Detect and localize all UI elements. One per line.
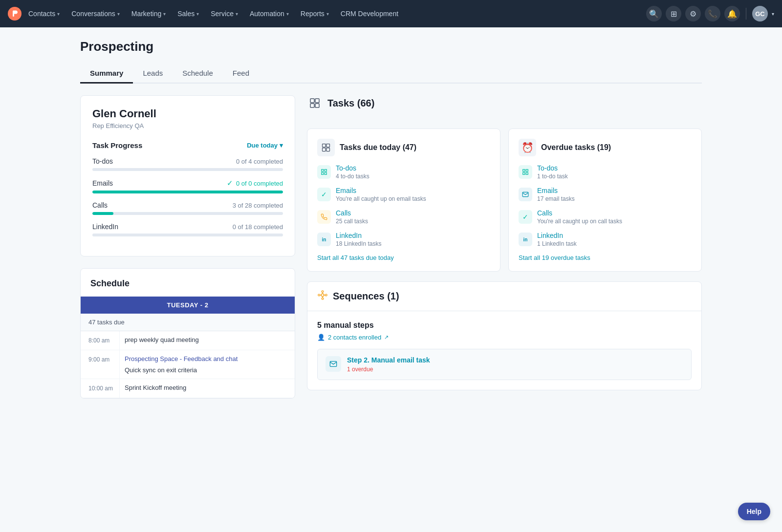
chevron-down-icon: ▾ (196, 11, 199, 17)
schedule-time-label: 9:00 am (81, 350, 120, 379)
task-sub-emails-overdue: 17 email tasks (537, 195, 692, 202)
progress-bar-fill-emails (92, 191, 283, 193)
todos-icon (317, 165, 331, 179)
task-label-emails-today[interactable]: Emails (336, 187, 490, 194)
task-label-emails-overdue[interactable]: Emails (537, 187, 692, 194)
chevron-down-icon: ▾ (57, 11, 60, 17)
task-item-emails-today: ✓ Emails You're all caught up on email t… (317, 187, 490, 202)
due-today-button[interactable]: Due today ▾ (247, 142, 283, 149)
start-all-overdue-link[interactable]: Start all 19 overdue tasks (519, 254, 692, 261)
schedule-time-slot-10am: 10:00 am Sprint Kickoff meeting (81, 379, 295, 398)
nav-conversations[interactable]: Conversations ▾ (66, 7, 125, 21)
tasks-section-header: Tasks (66) (307, 95, 702, 111)
tab-schedule[interactable]: Schedule (173, 64, 223, 84)
task-sub-todos-overdue: 1 to-do task (537, 173, 692, 180)
sequence-step-item: Step 2. Manual email task 1 overdue (317, 349, 692, 380)
svg-rect-7 (323, 148, 326, 151)
svg-point-20 (322, 298, 324, 300)
task-label-linkedin-overdue[interactable]: LinkedIn (537, 232, 692, 239)
emails-check-icon: ✓ (317, 188, 331, 201)
avatar[interactable]: GC (752, 6, 768, 21)
nav-automation[interactable]: Automation ▾ (245, 7, 294, 21)
tab-summary[interactable]: Summary (80, 64, 133, 84)
user-card: Glen Cornell Rep Efficiency QA Task Prog… (80, 95, 295, 256)
tasks-section-title: Tasks (66) (327, 98, 374, 109)
schedule-event[interactable]: Sprint Kickoff meeting (125, 382, 290, 393)
progress-item-emails: Emails ✓ 0 of 0 completed (92, 179, 283, 193)
task-item-emails-overdue: Emails 17 email tasks (519, 187, 692, 202)
nav-contacts[interactable]: Contacts ▾ (23, 7, 65, 21)
task-sub-calls-today: 25 call tasks (336, 218, 490, 225)
task-sub-emails-today: You're all caught up on email tasks (336, 195, 490, 202)
start-all-today-link[interactable]: Start all 47 tasks due today (317, 254, 490, 261)
schedule-time-slot-9am: 9:00 am Prospecting Space - Feedback and… (81, 350, 295, 379)
task-label-linkedin-today[interactable]: LinkedIn (336, 232, 490, 239)
schedule-title: Schedule (81, 269, 295, 297)
sequences-steps-label: 5 manual steps (317, 321, 692, 330)
progress-count-todos: 0 of 4 completed (236, 158, 283, 165)
linkedin-icon: in (317, 233, 331, 246)
svg-rect-14 (526, 170, 528, 171)
task-sub-linkedin-today: 18 LinkedIn tasks (336, 240, 490, 247)
calls-overdue-icon: ✓ (519, 210, 532, 224)
task-sub-linkedin-overdue: 1 LinkedIn task (537, 240, 692, 247)
svg-rect-12 (325, 172, 326, 174)
topnav-right-actions: 🔍 ⊞ ⚙ 📞 🔔 GC ▾ (646, 6, 774, 21)
svg-rect-10 (325, 170, 326, 171)
progress-bar-bg-linkedin (92, 234, 283, 236)
task-label-todos-overdue[interactable]: To-dos (537, 164, 692, 172)
progress-item-todos: To-dos 0 of 4 completed (92, 157, 283, 171)
apps-icon[interactable]: ⊞ (666, 6, 681, 21)
nav-crm-development[interactable]: CRM Development (336, 7, 403, 21)
sequences-section: Sequences (1) 5 manual steps 👤 2 contact… (307, 281, 702, 390)
nav-marketing[interactable]: Marketing ▾ (127, 7, 171, 21)
emails-overdue-icon (519, 188, 532, 201)
tab-leads[interactable]: Leads (133, 64, 173, 84)
notifications-icon[interactable]: 🔔 (724, 6, 740, 21)
task-item-linkedin-overdue: in LinkedIn 1 LinkedIn task (519, 232, 692, 247)
overdue-tasks-icon: ⏰ (519, 139, 536, 156)
check-icon: ✓ (227, 179, 233, 188)
tasks-due-today-title: Tasks due today (47) (340, 143, 416, 152)
progress-count-emails: ✓ 0 of 0 completed (227, 179, 283, 188)
task-label-todos-today[interactable]: To-dos (336, 164, 490, 172)
search-icon[interactable]: 🔍 (646, 6, 662, 21)
schedule-event[interactable]: prep weekly quad meeting (125, 334, 290, 345)
settings-icon[interactable]: ⚙ (685, 6, 701, 21)
left-column: Glen Cornell Rep Efficiency QA Task Prog… (80, 95, 295, 399)
page-title: Prospecting (80, 39, 702, 54)
progress-bar-bg-calls (92, 212, 283, 215)
task-label-calls-overdue[interactable]: Calls (537, 209, 692, 217)
svg-point-21 (318, 294, 320, 296)
schedule-event-highlight[interactable]: Prospecting Space - Feedback and chat (125, 353, 290, 364)
task-label-calls-today[interactable]: Calls (336, 209, 490, 217)
page-wrapper: Prospecting Summary Leads Schedule Feed … (68, 27, 714, 410)
chevron-down-icon: ▾ (326, 11, 329, 17)
tabs: Summary Leads Schedule Feed (80, 64, 702, 84)
progress-count-calls: 3 of 28 completed (233, 202, 283, 209)
svg-point-19 (326, 294, 327, 296)
tasks-due-today-card: Tasks due today (47) To-dos 4 to-do (307, 128, 500, 272)
nav-service[interactable]: Service ▾ (206, 7, 243, 21)
schedule-event[interactable]: Quick sync on exit criteria (125, 364, 290, 376)
email-step-icon (326, 356, 341, 372)
calls-icon (317, 210, 331, 224)
nav-reports[interactable]: Reports ▾ (296, 7, 334, 21)
svg-rect-13 (523, 170, 525, 171)
svg-rect-3 (310, 104, 314, 107)
hubspot-logo[interactable] (8, 7, 22, 21)
tasks-icon (307, 95, 323, 111)
svg-rect-16 (526, 172, 528, 174)
step-title[interactable]: Step 2. Manual email task (347, 356, 683, 364)
svg-rect-1 (310, 99, 314, 103)
external-link-icon: ↗ (384, 334, 389, 340)
tab-feed[interactable]: Feed (223, 64, 259, 84)
svg-rect-5 (323, 144, 326, 148)
main-grid: Glen Cornell Rep Efficiency QA Task Prog… (80, 95, 702, 399)
phone-icon[interactable]: 📞 (705, 6, 720, 21)
sequences-enrolled-link[interactable]: 👤 2 contacts enrolled ↗ (317, 334, 692, 341)
avatar-chevron-icon[interactable]: ▾ (772, 11, 774, 17)
task-item-linkedin-today: in LinkedIn 18 LinkedIn tasks (317, 232, 490, 247)
nav-sales[interactable]: Sales ▾ (173, 7, 204, 21)
chevron-down-icon: ▾ (286, 11, 289, 17)
